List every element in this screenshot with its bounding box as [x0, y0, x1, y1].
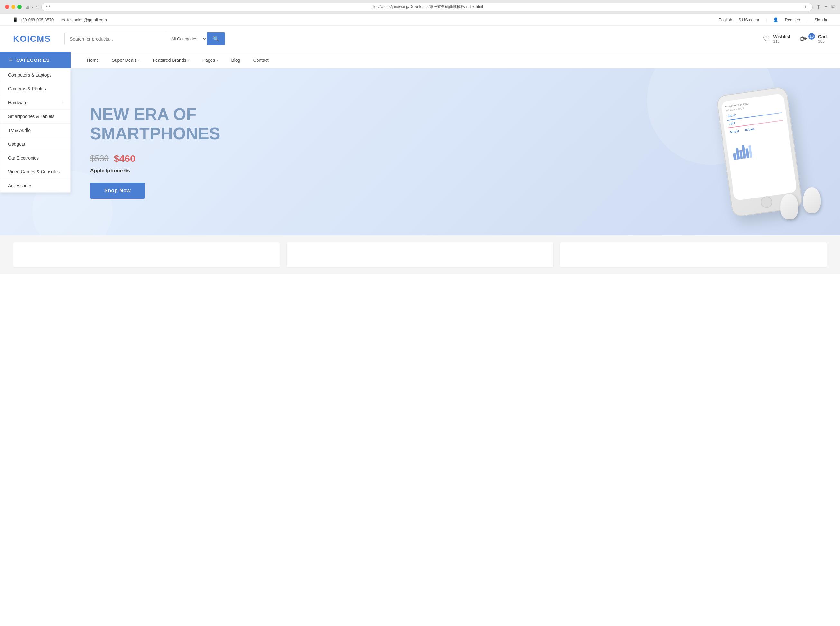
- dot-yellow[interactable]: [11, 5, 16, 9]
- currency-selector[interactable]: $ US dollar: [739, 17, 759, 22]
- nav-home[interactable]: Home: [80, 53, 105, 67]
- price-old: $530: [90, 153, 109, 163]
- dropdown-item-video-games[interactable]: Video Games & Consoles: [0, 165, 71, 179]
- categories-dropdown: Computers & Laptops Cameras & Photos Har…: [0, 68, 71, 193]
- dropdown-item-tv[interactable]: TV & Audio: [0, 124, 71, 137]
- search-button[interactable]: 🔍: [207, 33, 225, 45]
- phone-icon: 📱: [13, 17, 18, 22]
- screen-stat3: 537cal: [729, 129, 741, 135]
- earbud-right: [803, 187, 821, 213]
- phone-screen: Welcome back Jana, Things look alright 3…: [721, 93, 797, 201]
- cart-icon: 🛍: [800, 34, 808, 44]
- tabs-icon[interactable]: ⧉: [831, 4, 835, 10]
- earbud-left: [780, 194, 798, 219]
- separator: |: [766, 17, 766, 22]
- nav-contact[interactable]: Contact: [246, 53, 275, 67]
- chevron-icon-3: ▾: [216, 58, 218, 62]
- shop-now-button[interactable]: Shop Now: [90, 183, 145, 199]
- hero-phone-illustration: Welcome back Jana, Things look alright 3…: [676, 84, 821, 219]
- top-bar-left: 📱 +38 068 005 3570 ✉ fastsales@gmail.com: [13, 17, 107, 22]
- share-icon[interactable]: ⬆: [816, 4, 821, 10]
- phone-number: +38 068 005 3570: [20, 17, 54, 22]
- hero-content: NEW ERA OF SMARTPHONES $530 $460 Apple I…: [90, 105, 251, 199]
- reload-icon: ↻: [805, 5, 808, 9]
- bottom-card-3: [560, 242, 827, 268]
- cart-amount: $85: [818, 39, 827, 44]
- categories-button[interactable]: ≡ CATEGORIES: [0, 52, 71, 68]
- category-select[interactable]: All Categories: [165, 33, 207, 45]
- email-item: ✉ fastsales@gmail.com: [61, 17, 107, 22]
- chevron-icon-2: ▾: [188, 58, 190, 62]
- hero-title: NEW ERA OF SMARTPHONES: [90, 105, 251, 144]
- dropdown-item-computers[interactable]: Computers & Laptops: [0, 68, 71, 82]
- sidebar-toggle-btn[interactable]: ⊞: [25, 5, 29, 9]
- price-new: $460: [114, 153, 135, 164]
- product-name: Apple Iphone 6s: [90, 168, 251, 174]
- security-icon: 🛡: [46, 5, 50, 9]
- cart-label: Cart: [818, 34, 827, 39]
- browser-chrome: ⊞ ‹ › 🛡 file:///Users/janewang/Downloads…: [0, 0, 840, 14]
- nav-super-deals[interactable]: Super Deals ▾: [105, 53, 146, 67]
- wishlist-icon: ♡: [763, 34, 770, 44]
- language-selector[interactable]: English: [718, 17, 732, 22]
- dropdown-item-accessories[interactable]: Accessories: [0, 179, 71, 192]
- top-bar-right: English $ US dollar | 👤 Register | Sign …: [718, 17, 827, 22]
- chevron-icon: ▾: [138, 58, 139, 62]
- header: KOICMS All Categories 🔍 ♡ Wishlist 115 🛍…: [0, 26, 840, 52]
- dropdown-item-smartphones[interactable]: Smartphones & Tablets: [0, 110, 71, 124]
- browser-dots: [5, 5, 22, 9]
- hero-section: NEW ERA OF SMARTPHONES $530 $460 Apple I…: [0, 68, 840, 235]
- logo[interactable]: KOICMS: [13, 34, 55, 44]
- dot-green[interactable]: [17, 5, 22, 9]
- wishlist-label: Wishlist: [773, 34, 790, 39]
- nav-links: Home Super Deals ▾ Featured Brands ▾ Pag…: [71, 52, 840, 68]
- signin-link[interactable]: Sign in: [814, 17, 827, 22]
- forward-btn[interactable]: ›: [36, 5, 38, 9]
- wishlist-text: Wishlist 115: [773, 34, 790, 44]
- phone-screen-content: Welcome back Jana, Things look alright 3…: [721, 93, 792, 164]
- header-actions: ♡ Wishlist 115 🛍 10 Cart $85: [763, 34, 827, 44]
- search-input[interactable]: [65, 33, 165, 45]
- categories-label: CATEGORIES: [16, 57, 50, 63]
- main-content: Computers & Laptops Cameras & Photos Har…: [0, 68, 840, 235]
- bottom-card-2: [287, 242, 553, 268]
- bar-1: [733, 153, 737, 160]
- wishlist-action[interactable]: ♡ Wishlist 115: [763, 34, 790, 44]
- dropdown-item-hardware[interactable]: Hardware ›: [0, 96, 71, 110]
- arrow-right-icon: ›: [61, 100, 63, 105]
- bottom-card-1: [13, 242, 280, 268]
- browser-actions: ⬆ + ⧉: [816, 4, 835, 10]
- cart-action[interactable]: 🛍 10 Cart $85: [800, 34, 827, 44]
- url-text: file:///Users/janewang/Downloads/响应式数码商城…: [52, 4, 802, 9]
- nav-pages[interactable]: Pages ▾: [196, 53, 225, 67]
- dropdown-item-car[interactable]: Car Electronics: [0, 151, 71, 165]
- nav-blog[interactable]: Blog: [225, 53, 246, 67]
- separator2: |: [807, 17, 808, 22]
- bottom-section: [0, 235, 840, 274]
- dot-red[interactable]: [5, 5, 9, 9]
- nav-bar: ≡ CATEGORIES Home Super Deals ▾ Featured…: [0, 52, 840, 68]
- hamburger-icon: ≡: [9, 56, 13, 63]
- register-link[interactable]: Register: [785, 17, 800, 22]
- email-icon: ✉: [61, 17, 65, 22]
- nav-featured-brands[interactable]: Featured Brands ▾: [146, 53, 196, 67]
- screen-chart: [730, 136, 788, 160]
- cart-badge: 10: [809, 33, 815, 39]
- dropdown-item-cameras[interactable]: Cameras & Photos: [0, 82, 71, 96]
- search-bar: All Categories 🔍: [64, 32, 225, 45]
- dropdown-item-gadgets[interactable]: Gadgets: [0, 137, 71, 151]
- wishlist-count: 115: [773, 39, 790, 44]
- address-bar[interactable]: 🛡 file:///Users/janewang/Downloads/响应式数码…: [41, 3, 812, 11]
- back-btn[interactable]: ‹: [32, 5, 33, 9]
- cart-text: Cart $85: [818, 34, 827, 44]
- phone-item: 📱 +38 068 005 3570: [13, 17, 54, 22]
- screen-stat4: 87bpm: [744, 127, 756, 133]
- phone-home-btn: [760, 196, 773, 209]
- user-icon: 👤: [773, 17, 778, 22]
- top-bar: 📱 +38 068 005 3570 ✉ fastsales@gmail.com…: [0, 14, 840, 26]
- hero-price: $530 $460: [90, 153, 251, 164]
- new-tab-icon[interactable]: +: [824, 4, 827, 10]
- email-link[interactable]: fastsales@gmail.com: [67, 17, 107, 22]
- browser-controls: ⊞ ‹ ›: [25, 5, 37, 9]
